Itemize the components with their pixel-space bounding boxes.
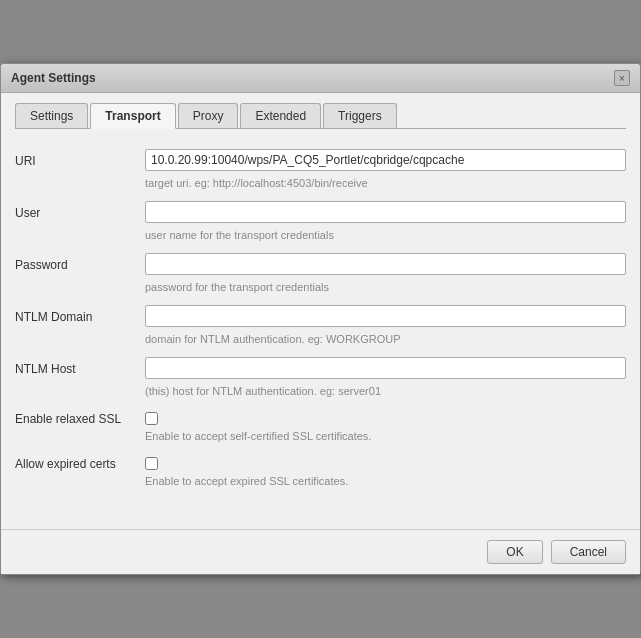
relaxed-ssl-checkbox[interactable] bbox=[145, 412, 158, 425]
dialog-titlebar: Agent Settings × bbox=[1, 64, 640, 93]
password-label: Password bbox=[15, 253, 145, 272]
close-button[interactable]: × bbox=[614, 70, 630, 86]
tab-transport[interactable]: Transport bbox=[90, 103, 175, 129]
ok-button[interactable]: OK bbox=[487, 540, 542, 564]
password-hint: password for the transport credentials bbox=[145, 281, 329, 293]
transport-form: URI target uri. eg: http://localhost:450… bbox=[15, 145, 626, 515]
ntlm-domain-hint-row: domain for NTLM authentication. eg: WORK… bbox=[15, 331, 626, 353]
uri-field-wrap bbox=[145, 149, 626, 171]
ntlm-domain-row: NTLM Domain bbox=[15, 305, 626, 327]
uri-input[interactable] bbox=[145, 149, 626, 171]
password-input[interactable] bbox=[145, 253, 626, 275]
expired-certs-wrap: Enable to accept expired SSL certificate… bbox=[145, 454, 626, 495]
dialog-content: Settings Transport Proxy Extended Trigge… bbox=[1, 93, 640, 529]
dialog-footer: OK Cancel bbox=[1, 529, 640, 574]
ntlm-host-hint: (this) host for NTLM authentication. eg:… bbox=[145, 385, 381, 397]
relaxed-ssl-hint: Enable to accept self-certified SSL cert… bbox=[145, 430, 626, 442]
relaxed-ssl-label: Enable relaxed SSL bbox=[15, 409, 145, 426]
ntlm-host-row: NTLM Host bbox=[15, 357, 626, 379]
password-hint-row: password for the transport credentials bbox=[15, 279, 626, 301]
tab-triggers[interactable]: Triggers bbox=[323, 103, 397, 128]
ntlm-domain-hint: domain for NTLM authentication. eg: WORK… bbox=[145, 333, 401, 345]
user-hint: user name for the transport credentials bbox=[145, 229, 334, 241]
ntlm-host-field-wrap bbox=[145, 357, 626, 379]
uri-label: URI bbox=[15, 149, 145, 168]
agent-settings-dialog: Agent Settings × Settings Transport Prox… bbox=[0, 63, 641, 575]
password-field-wrap bbox=[145, 253, 626, 275]
ntlm-domain-field-wrap bbox=[145, 305, 626, 327]
ntlm-domain-label: NTLM Domain bbox=[15, 305, 145, 324]
tab-extended[interactable]: Extended bbox=[240, 103, 321, 128]
tab-proxy[interactable]: Proxy bbox=[178, 103, 239, 128]
expired-certs-row: Allow expired certs Enable to accept exp… bbox=[15, 454, 626, 495]
user-label: User bbox=[15, 201, 145, 220]
password-row: Password bbox=[15, 253, 626, 275]
user-field-wrap bbox=[145, 201, 626, 223]
cancel-button[interactable]: Cancel bbox=[551, 540, 626, 564]
ntlm-host-hint-row: (this) host for NTLM authentication. eg:… bbox=[15, 383, 626, 405]
user-row: User bbox=[15, 201, 626, 223]
uri-row: URI bbox=[15, 149, 626, 171]
tab-settings[interactable]: Settings bbox=[15, 103, 88, 128]
dialog-title: Agent Settings bbox=[11, 71, 96, 85]
relaxed-ssl-row: Enable relaxed SSL Enable to accept self… bbox=[15, 409, 626, 450]
tabs-container: Settings Transport Proxy Extended Trigge… bbox=[15, 103, 626, 129]
uri-hint: target uri. eg: http://localhost:4503/bi… bbox=[145, 177, 368, 189]
expired-certs-hint: Enable to accept expired SSL certificate… bbox=[145, 475, 626, 487]
expired-certs-label: Allow expired certs bbox=[15, 454, 145, 471]
uri-hint-row: target uri. eg: http://localhost:4503/bi… bbox=[15, 175, 626, 197]
user-hint-row: user name for the transport credentials bbox=[15, 227, 626, 249]
ntlm-host-input[interactable] bbox=[145, 357, 626, 379]
user-input[interactable] bbox=[145, 201, 626, 223]
relaxed-ssl-wrap: Enable to accept self-certified SSL cert… bbox=[145, 409, 626, 450]
ntlm-domain-input[interactable] bbox=[145, 305, 626, 327]
ntlm-host-label: NTLM Host bbox=[15, 357, 145, 376]
expired-certs-checkbox[interactable] bbox=[145, 457, 158, 470]
